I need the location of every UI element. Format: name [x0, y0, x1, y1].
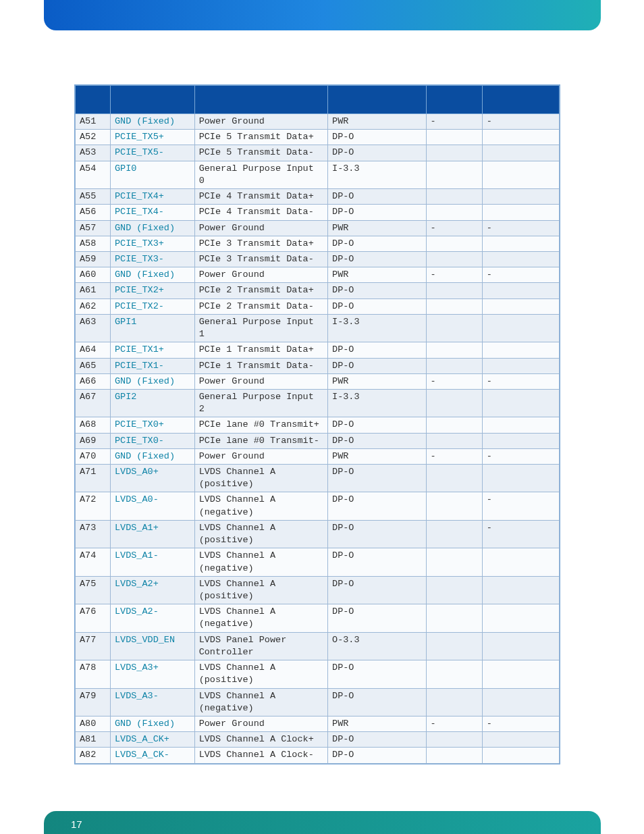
cell-desc: Power Ground: [194, 448, 327, 464]
cell-cmt: [482, 433, 559, 448]
cell-type: DP-O: [328, 189, 426, 205]
cell-pin: A57: [76, 220, 111, 236]
page-number: 17: [71, 818, 82, 830]
cell-pin: A60: [76, 267, 111, 283]
cell-cmt: [482, 358, 559, 373]
cell-pu: -: [426, 373, 482, 389]
cell-signal: PCIE_TX3-: [110, 251, 194, 267]
cell-signal: PCIE_TX2-: [110, 298, 194, 314]
cell-signal: GND (Fixed): [110, 220, 194, 236]
table-row: A73LVDS_A1+LVDS Channel A (positive)DP-O…: [76, 520, 560, 548]
cell-pin: A64: [76, 342, 111, 358]
table-row: A70GND (Fixed)Power GroundPWR--: [76, 448, 560, 464]
cell-signal: GND (Fixed): [110, 114, 194, 130]
cell-pin: A63: [76, 314, 111, 342]
cell-pu: [426, 748, 482, 763]
cell-desc: PCIe 1 Transmit Data-: [194, 358, 327, 373]
cell-desc: LVDS Channel A Clock+: [194, 732, 327, 748]
cell-signal: PCIE_TX5-: [110, 145, 194, 161]
table-row: A61PCIE_TX2+PCIe 2 Transmit Data+DP-O: [76, 283, 560, 298]
cell-pu: [426, 314, 482, 342]
cell-pu: -: [426, 448, 482, 464]
cell-desc: General Purpose Input 1: [194, 314, 327, 342]
pin-table-wrapper: A51GND (Fixed)Power GroundPWR--A52PCIE_T…: [74, 84, 560, 764]
cell-pin: A78: [76, 660, 111, 688]
cell-signal: PCIE_TX3+: [110, 236, 194, 251]
cell-pin: A66: [76, 373, 111, 389]
cell-cmt: -: [482, 373, 559, 389]
cell-type: DP-O: [328, 236, 426, 251]
cell-cmt: [482, 748, 559, 763]
cell-cmt: [482, 465, 559, 492]
cell-type: O-3.3: [328, 632, 426, 660]
cell-type: DP-O: [328, 576, 426, 604]
table-row: A55PCIE_TX4+PCIe 4 Transmit Data+DP-O: [76, 189, 560, 205]
table-row: A52PCIE_TX5+PCIe 5 Transmit Data+DP-O: [76, 130, 560, 145]
cell-desc: General Purpose Input 2: [194, 389, 327, 417]
cell-desc: PCIe 3 Transmit Data-: [194, 251, 327, 267]
cell-pu: [426, 236, 482, 251]
top-banner: [44, 0, 601, 30]
table-row: A65PCIE_TX1-PCIe 1 Transmit Data-DP-O: [76, 358, 560, 373]
cell-cmt: [482, 205, 559, 220]
cell-desc: PCIe 3 Transmit Data+: [194, 236, 327, 251]
cell-pu: [426, 189, 482, 205]
table-row: A62PCIE_TX2-PCIe 2 Transmit Data-DP-O: [76, 298, 560, 314]
table-row: A57GND (Fixed)Power GroundPWR--: [76, 220, 560, 236]
cell-pin: A56: [76, 205, 111, 220]
pin-table: A51GND (Fixed)Power GroundPWR--A52PCIE_T…: [75, 85, 560, 764]
cell-pin: A67: [76, 389, 111, 417]
cell-pu: -: [426, 716, 482, 731]
table-row: A74LVDS_A1-LVDS Channel A (negative)DP-O: [76, 548, 560, 576]
cell-type: DP-O: [328, 604, 426, 632]
cell-type: DP-O: [328, 145, 426, 161]
cell-pin: A77: [76, 632, 111, 660]
cell-signal: PCIE_TX4+: [110, 189, 194, 205]
cell-cmt: -: [482, 220, 559, 236]
table-row: A75LVDS_A2+LVDS Channel A (positive)DP-O: [76, 576, 560, 604]
cell-cmt: [482, 145, 559, 161]
table-row: A76LVDS_A2-LVDS Channel A (negative)DP-O: [76, 604, 560, 632]
cell-cmt: [482, 314, 559, 342]
cell-pu: [426, 576, 482, 604]
cell-pin: A52: [76, 130, 111, 145]
table-row: A81LVDS_A_CK+LVDS Channel A Clock+DP-O: [76, 732, 560, 748]
table-row: A58PCIE_TX3+PCIe 3 Transmit Data+DP-O: [76, 236, 560, 251]
cell-signal: LVDS_A1+: [110, 520, 194, 548]
cell-type: DP-O: [328, 520, 426, 548]
cell-desc: LVDS Channel A (negative): [194, 604, 327, 632]
cell-pin: A69: [76, 433, 111, 448]
cell-desc: LVDS Channel A Clock-: [194, 748, 327, 763]
table-row: A69PCIE_TX0-PCIe lane #0 Transmit-DP-O: [76, 433, 560, 448]
table-row: A64PCIE_TX1+PCIe 1 Transmit Data+DP-O: [76, 342, 560, 358]
cell-pu: [426, 389, 482, 417]
cell-desc: PCIe lane #0 Transmit+: [194, 417, 327, 433]
cell-desc: Power Ground: [194, 114, 327, 130]
table-header-row: [76, 86, 560, 114]
table-row: A71LVDS_A0+LVDS Channel A (positive)DP-O: [76, 465, 560, 492]
cell-pu: [426, 251, 482, 267]
cell-pu: [426, 130, 482, 145]
cell-pu: [426, 145, 482, 161]
cell-cmt: [482, 236, 559, 251]
cell-desc: Power Ground: [194, 373, 327, 389]
cell-type: DP-O: [328, 688, 426, 716]
cell-cmt: -: [482, 716, 559, 731]
table-row: A56PCIE_TX4-PCIe 4 Transmit Data-DP-O: [76, 205, 560, 220]
cell-desc: LVDS Channel A (positive): [194, 465, 327, 492]
header-cmt: [482, 86, 559, 114]
cell-pu: [426, 417, 482, 433]
cell-type: DP-O: [328, 283, 426, 298]
table-row: A79LVDS_A3-LVDS Channel A (negative)DP-O: [76, 688, 560, 716]
cell-signal: GPI2: [110, 389, 194, 417]
cell-pu: [426, 604, 482, 632]
cell-pu: [426, 161, 482, 188]
cell-type: I-3.3: [328, 389, 426, 417]
cell-pu: -: [426, 267, 482, 283]
cell-signal: PCIE_TX0+: [110, 417, 194, 433]
cell-pu: -: [426, 220, 482, 236]
table-row: A82LVDS_A_CK-LVDS Channel A Clock-DP-O: [76, 748, 560, 763]
cell-desc: PCIe 2 Transmit Data+: [194, 283, 327, 298]
cell-signal: LVDS_A3-: [110, 688, 194, 716]
cell-cmt: [482, 161, 559, 188]
